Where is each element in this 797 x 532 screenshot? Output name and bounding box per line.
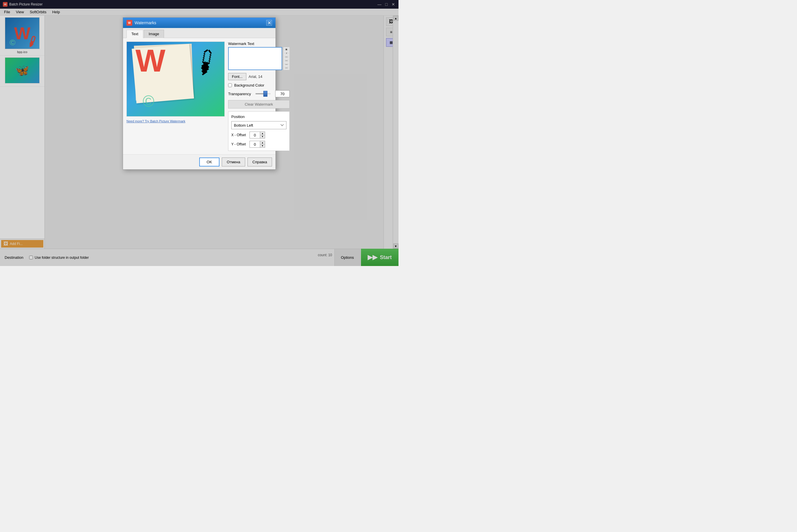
y-offset-down[interactable]: ▼: [260, 145, 265, 148]
help-button[interactable]: Справка: [248, 157, 272, 167]
x-offset-row: X - Offset ▲ ▼: [231, 132, 287, 138]
modal-overlay: W Watermarks ✕ Text Image: [0, 0, 399, 266]
font-display: Arial, 14: [249, 74, 262, 79]
watermark-text-label: Watermark Text: [228, 41, 290, 46]
bg-color-row: Background Color: [228, 83, 290, 88]
slider-thumb[interactable]: [264, 91, 267, 97]
dialog-right-panel: Watermark Text B I — — — —: [228, 41, 290, 151]
ok-button[interactable]: OK: [199, 157, 220, 167]
y-offset-row: Y - Offset ▲ ▼: [231, 141, 287, 148]
bg-color-label: Background Color: [234, 83, 264, 88]
font-row: Font... Arial, 14: [228, 73, 290, 80]
position-dropdown-wrapper: Bottom Left Top Left Top Right Bottom Ri…: [231, 121, 287, 129]
position-dropdown[interactable]: Bottom Left Top Left Top Right Bottom Ri…: [231, 121, 287, 129]
dialog-close-button[interactable]: ✕: [266, 20, 272, 26]
x-offset-arrows: ▲ ▼: [260, 132, 265, 138]
bg-color-checkbox[interactable]: [228, 83, 232, 87]
x-offset-up[interactable]: ▲: [260, 132, 265, 135]
watermarks-dialog: W Watermarks ✕ Text Image: [123, 17, 276, 170]
preview-brush: 🖌: [189, 46, 221, 78]
y-offset-label: Y - Offset: [231, 142, 247, 146]
tab-text[interactable]: Text: [126, 30, 143, 38]
y-offset-arrows: ▲ ▼: [260, 141, 265, 148]
text-format-icons: B I — — — —: [283, 47, 290, 70]
dialog-buttons: OK Отмена Справка: [123, 154, 275, 169]
y-offset-input[interactable]: [250, 141, 260, 148]
tab-image[interactable]: Image: [144, 30, 164, 38]
app-window: W Batch Picture Resizer — □ ✕ File View …: [0, 0, 399, 266]
preview-bg: W © 🖌: [127, 42, 224, 116]
transparency-slider[interactable]: [256, 93, 271, 94]
watermark-text-section: Watermark Text B I — — — —: [228, 41, 290, 70]
x-offset-input[interactable]: [250, 132, 260, 138]
font-button[interactable]: Font...: [228, 73, 246, 80]
format-bold-icon[interactable]: B: [284, 48, 289, 51]
transparency-label: Transparency: [228, 92, 251, 96]
y-offset-up[interactable]: ▲: [260, 141, 265, 145]
transparency-input[interactable]: [275, 90, 290, 97]
clear-watermark-button[interactable]: Clear Watermark: [228, 100, 290, 109]
format-line1-icon: —: [284, 55, 289, 58]
format-line4-icon: —: [284, 66, 289, 69]
cancel-button[interactable]: Отмена: [222, 157, 245, 167]
y-offset-spinbox: ▲ ▼: [250, 141, 265, 148]
format-italic-icon[interactable]: I: [284, 52, 289, 55]
format-line2-icon: —: [284, 59, 289, 62]
preview-link[interactable]: Need more? Try Batch Picture Watermark: [126, 119, 225, 123]
preview-area: W © 🖌: [126, 41, 225, 117]
watermark-textarea[interactable]: [228, 47, 282, 70]
dialog-body: W © 🖌 Need more? Try Batch Picture Water…: [123, 38, 275, 154]
preview-w-letter: W: [135, 45, 165, 76]
x-offset-down[interactable]: ▼: [260, 135, 265, 138]
dialog-logo: W: [126, 20, 132, 26]
x-offset-spinbox: ▲ ▼: [250, 132, 265, 138]
format-line3-icon: —: [284, 63, 289, 66]
position-section: Position Bottom Left Top Left Top Right …: [228, 111, 290, 151]
preview-c-symbol: ©: [143, 92, 155, 111]
x-offset-label: X - Offset: [231, 133, 247, 137]
watermark-text-area: B I — — — —: [228, 47, 290, 70]
preview-section: W © 🖌 Need more? Try Batch Picture Water…: [126, 41, 225, 151]
dialog-title: Watermarks: [134, 20, 266, 25]
dialog-title-bar: W Watermarks ✕: [123, 18, 275, 28]
dialog-tabs: Text Image: [123, 28, 275, 38]
position-label: Position: [231, 115, 287, 119]
transparency-row: Transparency: [228, 90, 290, 97]
